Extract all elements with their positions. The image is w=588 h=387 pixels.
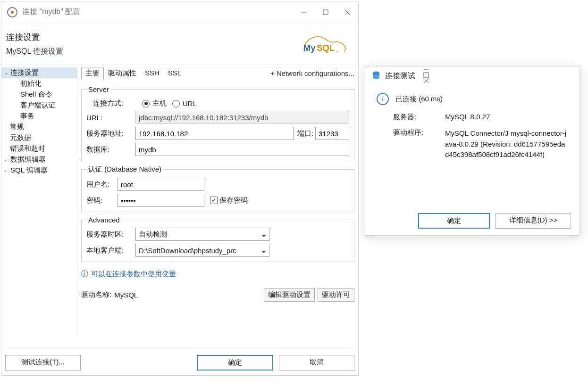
- nav-item-shell[interactable]: Shell 命令: [1, 89, 77, 100]
- tabs-row: 主要 驱动属性 SSH SSL + Network configurations…: [81, 65, 354, 82]
- connection-test-window: 连接测试 i 已连接 (60 ms) 服务器: MySQL 8.0.27 驱动程…: [365, 66, 580, 236]
- maximize-button[interactable]: [315, 1, 336, 23]
- driver-value: MySQL Connector/J mysql-connector-java-8…: [445, 128, 568, 160]
- timezone-label: 服务器时区:: [86, 230, 134, 239]
- auth-group: 认证 (Database Native) 用户名: 密码: 保存密码: [81, 165, 354, 212]
- test-dialog-buttons: 确定 详细信息(D) >>: [418, 213, 571, 229]
- nav-item-general[interactable]: 常规: [1, 122, 77, 132]
- nav-item-metadata[interactable]: 元数据: [1, 132, 77, 143]
- settings-pane: 主要 驱动属性 SSH SSL + Network configurations…: [77, 65, 358, 339]
- driver-license-button[interactable]: 驱动许可: [318, 288, 354, 302]
- window-controls: [293, 1, 358, 23]
- advanced-legend: Advanced: [86, 216, 122, 224]
- test-body: i 已连接 (60 ms) 服务器: MySQL 8.0.27 驱动程序: My…: [365, 85, 580, 165]
- server-legend: Server: [86, 85, 111, 93]
- save-password-label: 保存密码: [219, 196, 248, 205]
- password-label: 密码:: [86, 196, 116, 205]
- local-client-select[interactable]: D:\SoftDownload\phpstudy_prc: [135, 244, 269, 257]
- nav-item-sql-editor[interactable]: ›SQL 编辑器: [1, 165, 77, 176]
- chevron-down-icon: [258, 247, 266, 255]
- auth-legend: 认证 (Database Native): [86, 165, 163, 174]
- host-radio-label: 主机: [152, 99, 167, 108]
- connection-config-window: 连接 "mydb" 配置 连接设置 MySQL 连接设置 My SQL ® ⌄连…: [1, 1, 359, 376]
- cancel-button[interactable]: 取消: [279, 355, 354, 371]
- server-value: MySQL 8.0.27: [445, 113, 568, 122]
- nav-item-init[interactable]: 初始化: [1, 78, 77, 89]
- nav-item-connection-settings[interactable]: ⌄连接设置: [1, 67, 77, 78]
- port-field[interactable]: [315, 127, 349, 140]
- svg-text:My: My: [303, 43, 316, 53]
- username-label: 用户名:: [86, 180, 116, 189]
- host-label: 服务器地址:: [86, 129, 134, 138]
- driver-name-label: 驱动名称:: [81, 290, 111, 299]
- test-maximize-button[interactable]: [415, 72, 437, 78]
- close-button[interactable]: [336, 1, 358, 23]
- host-field[interactable]: [135, 127, 294, 140]
- test-titlebar: 连接测试: [365, 66, 580, 85]
- url-radio-label: URL: [183, 99, 197, 107]
- ok-button[interactable]: 确定: [197, 355, 273, 371]
- nav-tree: ⌄连接设置 初始化 Shell 命令 客户端认证 事务 常规 元数据 错误和超时…: [1, 65, 77, 339]
- plus-icon: +: [270, 69, 275, 77]
- test-close-button[interactable]: [415, 78, 437, 83]
- variables-link[interactable]: 可以在连接参数中使用变量: [91, 270, 176, 279]
- timezone-select[interactable]: 自动检测: [135, 228, 269, 241]
- nav-item-data-editor[interactable]: ›数据编辑器: [1, 154, 77, 165]
- page-subtitle: MySQL 连接设置: [6, 47, 63, 57]
- status-text: 已连接 (60 ms): [395, 95, 443, 104]
- tab-ssl[interactable]: SSL: [164, 67, 185, 80]
- url-field: [135, 111, 349, 124]
- nav-item-client-auth[interactable]: 客户端认证: [1, 100, 77, 111]
- database-icon: [372, 71, 380, 81]
- local-client-label: 本地客户端:: [86, 246, 134, 255]
- app-icon: [7, 7, 17, 17]
- url-radio[interactable]: [172, 100, 180, 107]
- svg-rect-1: [323, 10, 328, 15]
- chevron-down-icon: [258, 231, 266, 239]
- driver-label: 驱动程序:: [393, 128, 440, 160]
- titlebar: 连接 "mydb" 配置: [1, 1, 358, 23]
- server-group: Server 连接方式: 主机 URL URL: 服务器地址:: [81, 85, 354, 161]
- database-label: 数据库:: [86, 145, 134, 154]
- save-password-checkbox[interactable]: [210, 197, 218, 204]
- edit-driver-button[interactable]: 编辑驱动设置: [264, 288, 315, 302]
- connect-by-label: 连接方式:: [86, 99, 140, 108]
- page-title: 连接设置: [6, 32, 63, 43]
- info-icon: ⓘ: [81, 270, 88, 279]
- test-minimize-button[interactable]: [415, 66, 437, 72]
- password-field[interactable]: [118, 194, 204, 207]
- port-label: 端口:: [297, 129, 313, 138]
- test-connection-button[interactable]: 测试连接(T)...: [5, 355, 81, 371]
- network-configurations-link[interactable]: + Network configurations...: [270, 69, 354, 77]
- minimize-button[interactable]: [293, 1, 315, 23]
- test-window-title: 连接测试: [385, 71, 415, 81]
- variables-hint: ⓘ 可以在连接参数中使用变量: [81, 270, 354, 279]
- username-field[interactable]: [118, 178, 204, 191]
- test-details-button[interactable]: 详细信息(D) >>: [496, 213, 571, 229]
- nav-item-transaction[interactable]: 事务: [1, 111, 77, 122]
- svg-text:SQL: SQL: [317, 43, 335, 53]
- tab-driver-props[interactable]: 驱动属性: [104, 67, 141, 80]
- database-field[interactable]: [135, 143, 349, 156]
- dialog-buttons: 测试连接(T)... 确定 取消: [5, 350, 354, 371]
- window-title: 连接 "mydb" 配置: [22, 7, 80, 17]
- tab-ssh[interactable]: SSH: [141, 67, 164, 80]
- info-icon: i: [377, 93, 389, 105]
- svg-rect-10: [424, 73, 428, 77]
- advanced-group: Advanced 服务器时区: 自动检测 本地客户端: D:\SoftDownl…: [81, 216, 354, 262]
- server-label: 服务器:: [393, 113, 440, 122]
- mysql-logo-icon: My SQL ®: [302, 32, 349, 58]
- test-ok-button[interactable]: 确定: [418, 213, 490, 229]
- driver-name-value: MySQL: [114, 291, 138, 299]
- nav-item-errors-timeout[interactable]: 错误和超时: [1, 143, 77, 154]
- host-radio[interactable]: [142, 100, 150, 107]
- tab-main[interactable]: 主要: [81, 67, 104, 80]
- svg-text:®: ®: [336, 50, 338, 53]
- header: 连接设置 MySQL 连接设置 My SQL ®: [1, 23, 358, 58]
- url-label: URL:: [86, 114, 134, 122]
